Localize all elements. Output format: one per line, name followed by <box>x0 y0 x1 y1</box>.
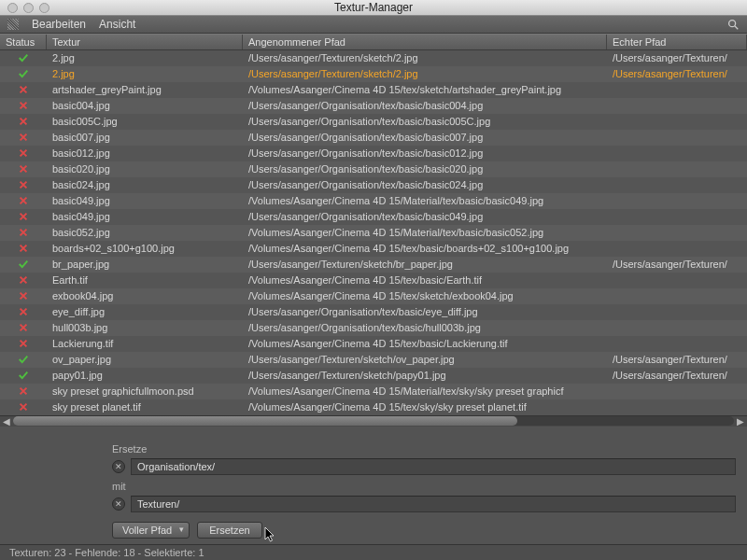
minimize-icon[interactable] <box>23 3 34 13</box>
cell-real-path: /Users/asanger/Texturen/ <box>607 52 747 63</box>
status-fail-icon <box>0 116 47 127</box>
status-fail-icon <box>0 147 47 159</box>
status-fail-icon <box>0 132 47 143</box>
search-icon[interactable] <box>726 18 740 31</box>
mode-select[interactable]: Voller Pfad <box>112 522 190 539</box>
status-fail-icon <box>0 306 47 317</box>
cell-texture: 2.jpg <box>47 52 243 63</box>
col-real[interactable]: Echter Pfad <box>607 35 747 49</box>
horizontal-scrollbar[interactable]: ◀ ▶ <box>0 415 747 427</box>
cell-texture: basic020.jpg <box>47 163 243 175</box>
status-fail-icon <box>0 401 47 413</box>
status-fail-icon <box>0 227 47 238</box>
with-input[interactable] <box>131 496 736 512</box>
table-row[interactable]: boards+02_s100+g100.jpg/Volumes/Asanger/… <box>0 241 747 257</box>
table-row[interactable]: eye_diff.jpg/Users/asanger/Organisation/… <box>0 304 747 320</box>
cell-assumed-path: /Volumes/Asanger/Cinema 4D 15/Material/t… <box>243 195 607 206</box>
table-row[interactable]: 2.jpg/Users/asanger/Texturen/sketch/2.jp… <box>0 50 747 66</box>
table-row[interactable]: br_paper.jpg/Users/asanger/Texturen/sket… <box>0 257 747 273</box>
table-header: Status Textur Angenommener Pfad Echter P… <box>0 34 747 50</box>
cell-assumed-path: /Users/asanger/Organisation/tex/basic/ba… <box>243 132 607 143</box>
col-texture[interactable]: Textur <box>47 35 243 49</box>
status-fail-icon <box>0 274 47 286</box>
status-ok-icon <box>0 259 47 270</box>
cell-assumed-path: /Users/asanger/Texturen/sketch/papy01.jp… <box>243 370 607 381</box>
col-status[interactable]: Status <box>0 35 47 49</box>
table-row[interactable]: basic020.jpg/Users/asanger/Organisation/… <box>0 161 747 177</box>
scroll-left-icon[interactable]: ◀ <box>3 416 10 427</box>
table-row[interactable]: basic007.jpg/Users/asanger/Organisation/… <box>0 130 747 146</box>
table-row[interactable]: basic049.jpg/Volumes/Asanger/Cinema 4D 1… <box>0 193 747 209</box>
status-fail-icon <box>0 243 47 254</box>
table-row[interactable]: exbook04.jpg/Volumes/Asanger/Cinema 4D 1… <box>0 288 747 304</box>
with-label: mit <box>112 481 736 492</box>
table-row[interactable]: papy01.jpg/Users/asanger/Texturen/sketch… <box>0 368 747 384</box>
table-row[interactable]: sky preset planet.tif/Volumes/Asanger/Ci… <box>0 399 747 415</box>
cell-texture: exbook04.jpg <box>47 290 243 301</box>
scroll-right-icon[interactable]: ▶ <box>737 416 744 427</box>
cursor-icon <box>264 527 277 544</box>
zoom-icon[interactable] <box>39 3 49 13</box>
cell-texture: basic012.jpg <box>47 147 243 159</box>
table-row[interactable]: Earth.tif/Volumes/Asanger/Cinema 4D 15/t… <box>0 273 747 288</box>
table-row[interactable]: basic049.jpg/Users/asanger/Organisation/… <box>0 209 747 225</box>
cell-assumed-path: /Users/asanger/Texturen/sketch/2.jpg <box>243 68 607 79</box>
table-row[interactable]: hull003b.jpg/Users/asanger/Organisation/… <box>0 320 747 336</box>
titlebar: Textur-Manager <box>0 0 747 16</box>
status-fail-icon <box>0 100 47 111</box>
cell-texture: 2.jpg <box>47 68 243 79</box>
scroll-track[interactable] <box>13 416 734 426</box>
status-ok-icon <box>0 68 47 79</box>
cell-assumed-path: /Users/asanger/Organisation/tex/basic/ba… <box>243 100 607 111</box>
cell-assumed-path: /Volumes/Asanger/Cinema 4D 15/tex/sketch… <box>243 84 607 95</box>
texture-table: Status Textur Angenommener Pfad Echter P… <box>0 34 747 415</box>
cell-assumed-path: /Users/asanger/Organisation/tex/basic/ba… <box>243 211 607 222</box>
cell-real-path: /Users/asanger/Texturen/ <box>607 354 747 365</box>
replace-form: Ersetze ✕ mit ✕ Voller Pfad Ersetzen <box>0 427 747 544</box>
menu-view[interactable]: Ansicht <box>99 18 135 31</box>
cell-texture: sky preset planet.tif <box>47 401 243 413</box>
menu-edit[interactable]: Bearbeiten <box>32 18 86 31</box>
col-assumed[interactable]: Angenommener Pfad <box>243 35 607 49</box>
cell-assumed-path: /Volumes/Asanger/Cinema 4D 15/tex/basic/… <box>243 274 607 286</box>
scroll-thumb[interactable] <box>13 416 517 426</box>
table-row[interactable]: Lackierung.tif/Volumes/Asanger/Cinema 4D… <box>0 336 747 352</box>
clear-replace-icon[interactable]: ✕ <box>112 460 125 473</box>
status-fail-icon <box>0 338 47 349</box>
table-row[interactable]: artshader_greyPaint.jpg/Volumes/Asanger/… <box>0 82 747 98</box>
cell-assumed-path: /Users/asanger/Organisation/tex/basic/ba… <box>243 163 607 175</box>
cell-texture: basic005C.jpg <box>47 116 243 127</box>
cell-texture: sky preset graphicfullmoon.psd <box>47 385 243 397</box>
close-icon[interactable] <box>7 3 18 13</box>
clear-with-icon[interactable]: ✕ <box>112 497 125 511</box>
cell-texture: basic024.jpg <box>47 179 243 190</box>
table-row[interactable]: basic004.jpg/Users/asanger/Organisation/… <box>0 98 747 114</box>
cell-assumed-path: /Volumes/Asanger/Cinema 4D 15/Material/t… <box>243 385 607 397</box>
status-fail-icon <box>0 211 47 222</box>
replace-label: Ersetze <box>112 443 736 455</box>
replace-input[interactable] <box>131 458 736 475</box>
status-fail-icon <box>0 322 47 333</box>
table-row[interactable]: basic024.jpg/Users/asanger/Organisation/… <box>0 177 747 193</box>
cell-texture: eye_diff.jpg <box>47 306 243 317</box>
cell-assumed-path: /Volumes/Asanger/Cinema 4D 15/tex/basic/… <box>243 338 607 349</box>
table-row[interactable]: sky preset graphicfullmoon.psd/Volumes/A… <box>0 384 747 399</box>
cell-texture: Lackierung.tif <box>47 338 243 349</box>
status-fail-icon <box>0 84 47 95</box>
svg-point-0 <box>729 20 736 26</box>
table-row[interactable]: 2.jpg/Users/asanger/Texturen/sketch/2.jp… <box>0 66 747 82</box>
status-ok-icon <box>0 370 47 381</box>
table-row[interactable]: basic005C.jpg/Users/asanger/Organisation… <box>0 114 747 130</box>
table-row[interactable]: ov_paper.jpg/Users/asanger/Texturen/sket… <box>0 352 747 368</box>
table-row[interactable]: basic052.jpg/Volumes/Asanger/Cinema 4D 1… <box>0 225 747 241</box>
window-title: Textur-Manager <box>0 1 747 14</box>
status-ok-icon <box>0 52 47 63</box>
table-row[interactable]: basic012.jpg/Users/asanger/Organisation/… <box>0 146 747 161</box>
status-fail-icon <box>0 179 47 190</box>
cell-texture: hull003b.jpg <box>47 322 243 333</box>
status-fail-icon <box>0 195 47 206</box>
cell-assumed-path: /Users/asanger/Texturen/sketch/2.jpg <box>243 52 607 63</box>
cell-assumed-path: /Volumes/Asanger/Cinema 4D 15/Material/t… <box>243 227 607 238</box>
replace-button[interactable]: Ersetzen <box>197 522 261 539</box>
cell-texture: basic049.jpg <box>47 195 243 206</box>
